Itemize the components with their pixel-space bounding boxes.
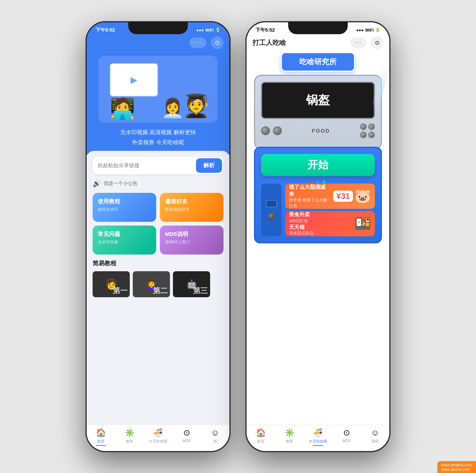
watermark-line1: www.tengha.com [441,463,472,467]
phone-left: 下午5:52 ●●● WiFi 🔋 ··· ⊙ 🧑‍💻 👩‍💼 🧑‍🎓 [86,21,231,452]
watermark-line2: www.dkewl.com [441,467,472,472]
tab-mine-label: 的 [213,439,217,444]
search-bar: 解析 [93,157,223,174]
notice-text: 我是一个小公告 [104,180,138,187]
watermark: www.tengha.com www.dkewl.com [437,461,476,473]
signal-icon-right: ●●● [356,28,364,32]
status-time-left: 下午5:52 [96,27,115,33]
notice-bar: 🔊 我是一个小公告 [93,179,223,188]
tab2-food[interactable]: 🍜 今天吃啥呢 [304,428,332,446]
app2-header-icons: ··· ⊙ [350,36,383,49]
tab2-md5[interactable]: ⊙ MD5 [332,428,361,446]
dial-2 [368,123,375,130]
ad2-emoji: 🍱 [354,216,371,231]
status-icons-left: ●●● WiFi 🔋 [196,27,221,32]
tab-food-icon: 🍜 [153,428,163,438]
tab2-recommend-label: 推荐 [286,439,293,444]
tab-recommend[interactable]: ✳️ 推荐 [115,428,144,446]
tutorial-num-3: 第三 [193,286,208,296]
machine-bottom: 开始 饭票口 [254,147,382,243]
tab-bar-left: 🏠 首页 ✳️ 推荐 🍜 今天吃啥呢 ⊙ MD5 ☺ [87,425,229,451]
app2-dots-btn[interactable]: ··· [350,38,366,48]
app-header-left: ··· ⊙ [87,35,229,52]
start-button[interactable]: 开始 [261,154,375,176]
ad1-main: 饿了么大额满减券 [289,184,330,197]
tab2-home-icon: 🏠 [256,428,266,438]
tab-md5[interactable]: ⊙ MD5 [172,428,201,446]
ad-card-1[interactable]: 饿了么大额满减券 拼手速·抢饿了么大额红包 ¥31 🐷 [285,184,375,209]
ad2-line3: 天天领 [289,224,353,230]
section-tutorial-title: 简易教程 [93,260,223,268]
dial-3 [360,132,367,138]
ad1-sub: 拼手速·抢饿了么大额红包 [289,197,330,208]
tab2-mine[interactable]: ☺ 我的 [361,428,389,446]
menu-card-invite-sub: 转发邀请好友 [165,207,218,212]
tutorial-item-3[interactable]: 🤖 第三 [173,271,210,297]
ad1-amount: ¥31 [333,191,353,202]
tab-home-label: 首页 [97,439,104,444]
dot-blue [316,181,319,184]
machine-body: 锅盔 FOOD [254,75,382,150]
tab-mine[interactable]: ☺ 的 [201,428,229,446]
tab2-home[interactable]: 🏠 首页 [247,428,275,446]
header-target-btn[interactable]: ⊙ [211,36,223,49]
header-dots-btn[interactable]: ··· [189,38,206,48]
ticket-hole [266,200,277,207]
tab-mine-icon: ☺ [211,428,219,438]
dot-teal [322,181,325,184]
tab2-food-label: 今天吃啥呢 [309,439,327,444]
ticket-slot: 饭票口 [261,184,282,236]
menu-card-faq[interactable]: 常见问题 去水印失败 [93,226,156,255]
ad2-main: 美食外卖 [289,211,353,218]
app2-title: 打工人吃啥 [253,38,286,47]
tutorial-item-2[interactable]: 👩‍🦱 第二 [133,271,170,297]
hero-illustration: 🧑‍💻 👩‍💼 🧑‍🎓 [99,56,218,123]
tab-recommend-icon: ✳️ [125,428,135,438]
tab2-recommend[interactable]: ✳️ 推荐 [275,428,304,446]
ad2-sub3: 美食甜点饮品 [289,230,353,236]
tab-home[interactable]: 🏠 首页 [87,428,115,446]
menu-card-md5[interactable]: MD5说明 改MD5上热门 [160,226,223,255]
menu-card-tutorial-title: 使用教程 [98,198,151,205]
tab-md5-icon: ⊙ [183,428,190,438]
machine-display: 锅盔 [261,82,375,119]
search-input[interactable] [98,162,196,168]
search-button[interactable]: 解析 [196,158,222,173]
menu-card-md5-title: MD5说明 [165,231,218,238]
tab-bar-right: 🏠 首页 ✳️ 推荐 🍜 今天吃啥呢 ⊙ MD5 ☺ [247,425,389,451]
phone-right: 下午5:52 ●●● WiFi 🔋 打工人吃啥 ··· ⊙ 吃啥研究所 [245,21,390,452]
tutorial-strip: 👩 第一 👩‍🦱 第二 🤖 第三 [93,271,223,297]
illus-person: 🧑‍🎓 [182,93,210,119]
tab2-recommend-icon: ✳️ [284,428,295,438]
menu-card-md5-sub: 改MD5上热门 [165,239,218,245]
tab2-home-label: 首页 [257,439,264,444]
menu-card-invite[interactable]: 邀请好友 转发邀请好友 [160,193,223,222]
signal-icon: ●●● [196,28,204,32]
food-machine-area: 吃啥研究所 锅盔 FOOD [247,52,389,451]
knob-1 [261,126,270,135]
tab-food[interactable]: 🍜 今天吃啥呢 [144,428,173,446]
tutorial-item-1[interactable]: 👩 第一 [93,271,130,297]
status-time-right: 下午5:52 [255,27,275,33]
tab2-food-icon: 🍜 [313,428,323,438]
ticket-knob [268,213,275,220]
tab-home-icon: 🏠 [96,428,106,438]
machine-food-label: FOOD [312,128,330,134]
battery-icon: 🔋 [215,27,221,32]
ad-card-2[interactable]: 美食外卖 ≥56元红包 天天领 美食甜点饮品 🍱 [285,211,375,236]
hero-tags: 无水印视频 高清视频 解析更快 外卖领券 今天吃啥呢 [120,127,196,147]
illus-person3: 🧑‍💻 [110,97,135,121]
notch-left [128,22,188,34]
hero-banner: 🧑‍💻 👩‍💼 🧑‍🎓 无水印视频 高清视频 解析更快 外卖领券 今天吃啥呢 [87,52,229,155]
knob-2 [273,126,282,135]
status-icons-right: ●●● WiFi 🔋 [356,27,380,32]
dial-4 [368,132,375,138]
white-section: 解析 🔊 我是一个小公告 使用教程 如何去水印 邀请好友 转发邀请好友 [87,151,229,451]
menu-card-tutorial[interactable]: 使用教程 如何去水印 [93,193,156,222]
ad-cards: 饿了么大额满减券 拼手速·抢饿了么大额红包 ¥31 🐷 美食外卖 ≥56元红包 [285,184,375,236]
ad-card-2-text: 美食外卖 ≥56元红包 天天领 美食甜点饮品 [289,211,353,236]
tab2-mine-label: 我的 [372,439,379,444]
notch-right [288,22,348,34]
app2-target-btn[interactable]: ⊙ [371,36,383,49]
ticket-slot-label: 饭票口 [268,209,275,211]
